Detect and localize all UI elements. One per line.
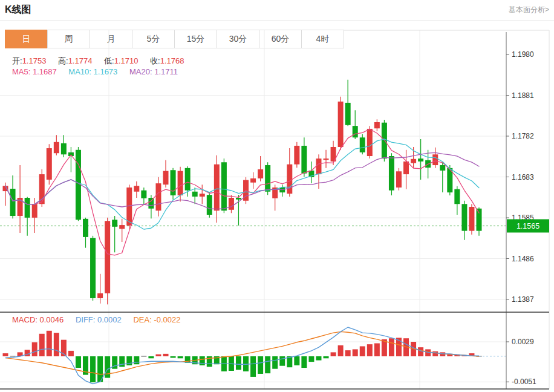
open-label: 开: [12, 56, 22, 65]
candle-body [461, 204, 467, 230]
y-axis-label: 1.1881 [512, 91, 534, 100]
macd-bar [3, 353, 8, 356]
price-badge-label: 1.1565 [517, 222, 539, 230]
macd-bar [200, 356, 205, 365]
candle-body [185, 168, 191, 191]
macd-bar [432, 351, 438, 356]
macd-bar [418, 347, 423, 356]
ma5-label: MA5: [12, 67, 30, 76]
macd-bar [178, 356, 183, 358]
macd-bar [338, 345, 344, 356]
candles-group [3, 80, 482, 305]
open-value: 1.1753 [22, 56, 47, 65]
candle-body [294, 146, 299, 165]
candle-body [411, 159, 416, 163]
macd-bar [258, 356, 263, 374]
y-axis-label: 1.1683 [512, 173, 534, 181]
macd-bar [54, 333, 59, 356]
macd-bar [272, 356, 278, 369]
candle-body [345, 103, 351, 125]
candle-body [178, 171, 183, 195]
macd-bar [119, 356, 125, 367]
close-label: 收: [150, 56, 160, 65]
ohlc-legend: 开:1.1753 高:1.1774 低:1.1710 收:1.1768 [12, 56, 194, 67]
macd-histogram-group [3, 331, 482, 382]
macd-bar [389, 338, 394, 356]
candle-body [403, 162, 409, 174]
kline-page: K线图 基本面分析> 日 周 月 5分 15分 30分 60分 4时 开:1.1… [0, 0, 554, 392]
candle-body [155, 183, 161, 211]
candle-body [287, 165, 292, 194]
macd-bar [236, 356, 241, 370]
candle-body [112, 220, 117, 227]
macd-bar [331, 352, 336, 356]
macd-bar [374, 343, 380, 356]
macd-bar [163, 354, 169, 356]
candle-body [265, 165, 270, 192]
macd-bar [25, 350, 30, 356]
candle-body [301, 146, 307, 174]
macd-bar [148, 356, 154, 358]
macd-bar [265, 356, 270, 373]
macd-axis-label: 0.0029 [512, 338, 534, 346]
macd-bar [47, 331, 52, 356]
candle-body [432, 154, 438, 165]
macd-bar [301, 356, 307, 368]
candle-body [61, 143, 67, 154]
candle-body [338, 102, 344, 147]
candle-body [389, 156, 394, 191]
low-label: 低: [104, 56, 114, 65]
macd-bar [345, 350, 351, 356]
candle-body [469, 207, 474, 231]
macd-bar [316, 356, 321, 361]
macd-bar [171, 356, 176, 358]
ma10-label: MA10: [68, 67, 91, 76]
candle-body [54, 142, 59, 153]
candle-body [250, 178, 256, 183]
candle-body [83, 219, 88, 237]
macd-bar [155, 354, 161, 356]
macd-bar [32, 342, 37, 356]
macd-bar [105, 356, 110, 378]
macd-bar [250, 356, 256, 377]
candle-body [221, 162, 227, 211]
candle-body [214, 165, 220, 211]
macd-bar [360, 346, 365, 356]
low-value: 1.1710 [114, 56, 138, 65]
candle-body [207, 195, 212, 215]
macd-bar [90, 356, 96, 382]
candle-body [229, 198, 234, 210]
candle-body [119, 225, 125, 229]
macd-bar [324, 356, 329, 358]
candle-body [141, 191, 146, 198]
candle-body [382, 123, 387, 158]
dea-value: -0.0022 [154, 315, 180, 324]
candle-body [97, 293, 103, 298]
macd-value: 0.0046 [40, 315, 64, 324]
y-axis-label: 1.1980 [512, 50, 534, 59]
candle-body [192, 192, 198, 197]
macd-bar [279, 356, 285, 366]
macd-bar [39, 334, 45, 356]
candle-body [374, 122, 380, 128]
y-axis-label: 1.1387 [512, 295, 534, 304]
ma5-value: 1.1687 [33, 67, 57, 76]
diff-label: DIFF: [76, 315, 96, 324]
y-axis-label: 1.1486 [512, 255, 534, 263]
macd-label: MACD: [12, 315, 37, 324]
high-value: 1.1774 [68, 56, 93, 65]
ma10-value: 1.1673 [94, 67, 118, 76]
high-label: 高: [58, 56, 68, 65]
macd-bar [308, 356, 314, 362]
macd-bar [76, 356, 81, 368]
candle-body [454, 189, 460, 204]
candle-body [32, 204, 37, 218]
candle-body [10, 189, 16, 216]
candle-body [236, 198, 241, 200]
candle-body [134, 186, 139, 192]
macd-bar [68, 351, 74, 356]
macd-bar [294, 356, 299, 365]
candle-body [316, 158, 321, 174]
candle-body [90, 238, 96, 298]
macd-bar [141, 356, 146, 357]
